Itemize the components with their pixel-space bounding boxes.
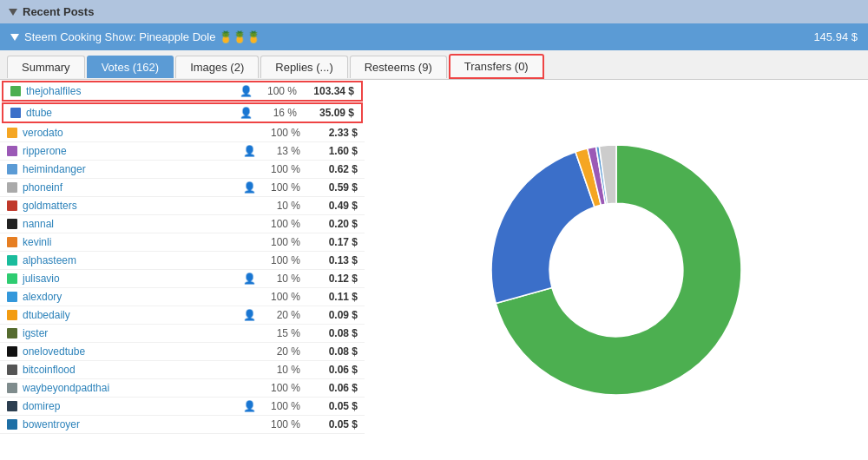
tab-images[interactable]: Images (2) (175, 56, 259, 78)
tab-resteems[interactable]: Resteems (9) (350, 56, 447, 78)
voter-list: thejohalfiles👤100 %103.34 $dtube👤16 %35.… (0, 80, 365, 460)
voter-name[interactable]: kevinli (23, 236, 251, 248)
main-container: Recent Posts Steem Cooking Show: Pineapp… (0, 0, 868, 460)
voter-name[interactable]: ripperone (23, 145, 238, 157)
voter-color-indicator (7, 128, 17, 138)
voter-name[interactable]: dtube (26, 107, 234, 119)
tab-summary[interactable]: Summary (7, 56, 85, 78)
voter-color-indicator (7, 164, 17, 174)
voter-color-indicator (7, 219, 17, 229)
voter-value: 0.59 $ (306, 181, 358, 194)
voter-pct: 100 % (261, 291, 300, 303)
tab-votes[interactable]: Votes (162) (87, 56, 174, 78)
post-value: 145.94 $ (813, 30, 858, 43)
voter-row[interactable]: heimindanger100 %0.62 $ (0, 161, 365, 179)
voter-value: 1.60 $ (306, 145, 358, 157)
tab-transfers[interactable]: Transfers (0) (449, 54, 544, 79)
voter-pct: 15 % (261, 327, 300, 339)
voter-color-indicator (7, 419, 17, 430)
voter-color-indicator (10, 86, 21, 96)
voter-value: 0.06 $ (306, 364, 358, 376)
voter-name[interactable]: waybeyondpadthai (23, 382, 251, 394)
voter-pct: 100 % (261, 400, 300, 412)
voter-name[interactable]: alexdory (23, 291, 251, 303)
voter-name[interactable]: bowentroyer (23, 418, 251, 430)
voter-name[interactable]: domirep (23, 400, 238, 412)
voter-name[interactable]: heimindanger (23, 163, 251, 175)
voter-color-indicator (7, 401, 17, 411)
voter-pct: 13 % (261, 145, 300, 157)
voter-name[interactable]: julisavio (23, 273, 238, 285)
voter-name[interactable]: nannal (23, 218, 251, 230)
voter-row[interactable]: verodato100 %2.33 $ (0, 124, 365, 142)
voter-color-indicator (7, 292, 17, 302)
post-title[interactable]: Steem Cooking Show: Pineapple Dole 🍍🍍🍍 (24, 30, 260, 43)
voter-person-icon: 👤 (243, 400, 256, 412)
voter-color-indicator (7, 383, 17, 393)
voter-name[interactable]: alphasteem (23, 254, 251, 266)
recent-posts-label: Recent Posts (23, 5, 94, 18)
voter-value: 0.20 $ (306, 218, 358, 230)
voter-pct: 20 % (261, 309, 300, 321)
voter-value: 0.08 $ (306, 345, 358, 358)
voter-row[interactable]: onelovedtube20 %0.08 $ (0, 343, 365, 361)
voter-pct: 10 % (261, 273, 300, 285)
voter-value: 0.06 $ (306, 382, 358, 394)
voter-color-indicator (7, 200, 17, 211)
voter-color-indicator (7, 328, 17, 338)
voter-name[interactable]: verodato (23, 127, 251, 139)
voter-name[interactable]: goldmatters (23, 200, 251, 212)
voter-name[interactable]: dtubedaily (23, 309, 238, 321)
voter-pct: 100 % (261, 236, 300, 248)
voter-value: 103.34 $ (302, 85, 354, 97)
voter-row[interactable]: kevinli100 %0.17 $ (0, 233, 365, 252)
tabs-bar: SummaryVotes (162)Images (2)Replies (...… (0, 50, 868, 80)
voter-row[interactable]: alexdory100 %0.11 $ (0, 288, 365, 306)
voter-value: 0.08 $ (306, 327, 358, 339)
voter-row[interactable]: bitcoinflood10 %0.06 $ (0, 361, 365, 379)
voter-value: 0.13 $ (306, 254, 358, 266)
voter-row[interactable]: alphasteem100 %0.13 $ (0, 252, 365, 270)
collapse-icon[interactable] (9, 9, 17, 16)
voter-person-icon: 👤 (243, 309, 256, 321)
post-expand-icon[interactable] (10, 34, 19, 41)
voter-person-icon: 👤 (243, 145, 256, 157)
voter-pct: 100 % (261, 418, 300, 430)
voter-row[interactable]: ripperone👤13 %1.60 $ (0, 142, 365, 161)
voter-row[interactable]: bowentroyer100 %0.05 $ (0, 416, 365, 434)
voter-value: 35.09 $ (302, 107, 354, 119)
voter-row[interactable]: dtube👤16 %35.09 $ (2, 102, 363, 123)
voter-value: 0.49 $ (306, 200, 358, 212)
tab-replies[interactable]: Replies (...) (260, 56, 347, 78)
voter-row[interactable]: thejohalfiles👤100 %103.34 $ (2, 81, 363, 102)
chart-segment-dtube[interactable] (491, 152, 595, 304)
voter-value: 0.12 $ (306, 273, 358, 285)
donut-chart (477, 105, 755, 435)
voter-pct: 100 % (261, 163, 300, 175)
voter-color-indicator (7, 273, 17, 284)
voter-person-icon: 👤 (243, 181, 256, 194)
voter-value: 0.05 $ (306, 400, 358, 412)
voter-color-indicator (7, 310, 17, 320)
voter-name[interactable]: bitcoinflood (23, 364, 251, 376)
voter-name[interactable]: onelovedtube (23, 345, 251, 358)
voter-row[interactable]: waybeyondpadthai100 %0.06 $ (0, 379, 365, 398)
voter-pct: 100 % (261, 181, 300, 194)
voter-row[interactable]: dtubedaily👤20 %0.09 $ (0, 306, 365, 325)
voter-color-indicator (7, 255, 17, 266)
voter-row[interactable]: goldmatters10 %0.49 $ (0, 197, 365, 215)
voter-row[interactable]: julisavio👤10 %0.12 $ (0, 270, 365, 288)
voter-color-indicator (7, 146, 17, 156)
voter-pct: 20 % (261, 345, 300, 358)
voter-color-indicator (10, 108, 21, 118)
voter-row[interactable]: phoneinf👤100 %0.59 $ (0, 179, 365, 197)
post-title-left: Steem Cooking Show: Pineapple Dole 🍍🍍🍍 (10, 30, 260, 43)
voter-name[interactable]: igster (23, 327, 251, 339)
voter-name[interactable]: thejohalfiles (26, 85, 234, 97)
voter-row[interactable]: nannal100 %0.20 $ (0, 215, 365, 233)
voter-pct: 10 % (261, 200, 300, 212)
voter-name[interactable]: phoneinf (23, 181, 238, 194)
voter-pct: 100 % (261, 254, 300, 266)
voter-row[interactable]: igster15 %0.08 $ (0, 325, 365, 343)
voter-row[interactable]: domirep👤100 %0.05 $ (0, 398, 365, 416)
